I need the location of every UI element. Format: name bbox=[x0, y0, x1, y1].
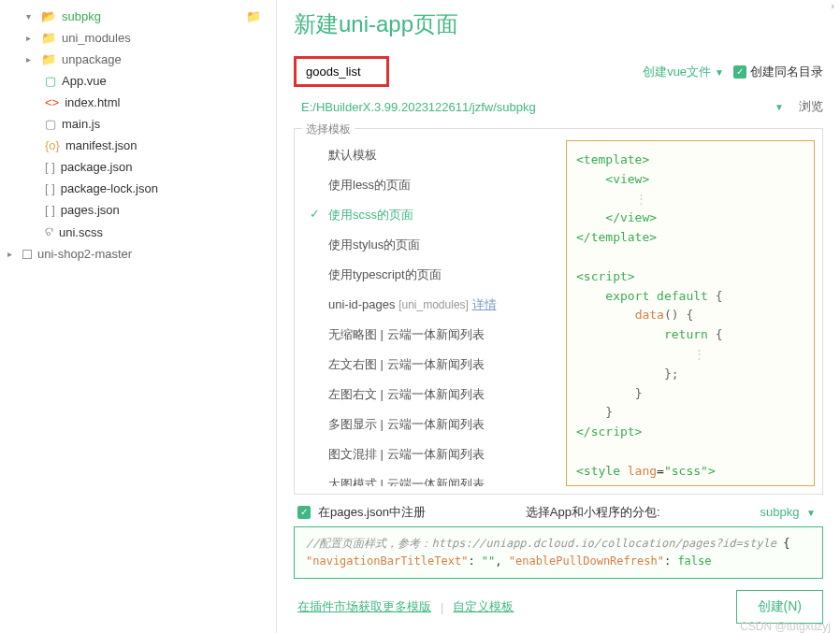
folder-root-icon bbox=[22, 250, 32, 259]
checkmark-icon[interactable]: ✓ bbox=[297, 506, 311, 519]
js-file-icon: ▢ bbox=[45, 117, 56, 131]
browse-button[interactable]: 浏览 bbox=[799, 98, 823, 115]
chevron-right-icon: ▸ bbox=[7, 249, 17, 259]
template-typescript[interactable]: 使用typescript的页面 bbox=[302, 260, 558, 290]
folder-icon: 📁 bbox=[41, 31, 56, 45]
scss-file-icon: ଟ bbox=[45, 224, 53, 239]
chevron-down-icon: ▾ bbox=[26, 11, 36, 22]
create-button[interactable]: 创建(N) bbox=[736, 590, 823, 624]
tree-item-pages-json[interactable]: [ ] pages.json bbox=[0, 199, 276, 221]
sidebar: ▾ 📂 subpkg 📁 ▸ 📁 uni_modules ▸ 📁 unpacka… bbox=[0, 0, 277, 633]
template-stylus[interactable]: 使用stylus的页面 bbox=[302, 230, 558, 260]
template-nothumb[interactable]: 无缩略图 | 云端一体新闻列表 bbox=[302, 320, 558, 350]
tree-item-package-lock-json[interactable]: [ ] package-lock.json bbox=[0, 178, 276, 199]
folder-open-icon: 📂 bbox=[41, 9, 56, 23]
template-uni-id-pages[interactable]: uni-id-pages [uni_modules] 详情 bbox=[302, 290, 558, 320]
tree-item-manifest-json[interactable]: {o} manifest.json bbox=[0, 135, 276, 156]
tree-item-package-json[interactable]: [ ] package.json bbox=[0, 156, 276, 178]
subpkg-label: 选择App和小程序的分包: bbox=[526, 504, 660, 521]
chevron-down-icon: ▼ bbox=[806, 508, 816, 518]
collapse-icon[interactable]: › bbox=[831, 0, 834, 11]
vue-file-icon: ▢ bbox=[45, 74, 56, 88]
config-editor[interactable]: //配置页面样式，参考：https://uniapp.dcloud.io/col… bbox=[294, 526, 823, 579]
json-file-icon: [ ] bbox=[45, 181, 55, 195]
chevron-right-icon: ▸ bbox=[26, 33, 36, 43]
folder-icon: 📁 bbox=[246, 9, 261, 23]
register-label: 在pages.json中注册 bbox=[318, 504, 426, 521]
template-rightleft[interactable]: 左图右文 | 云端一体新闻列表 bbox=[302, 380, 558, 410]
template-scss[interactable]: 使用scss的页面 bbox=[302, 200, 558, 230]
template-leftright[interactable]: 左文右图 | 云端一体新闻列表 bbox=[302, 350, 558, 380]
chevron-right-icon: ▸ bbox=[26, 54, 36, 65]
folder-icon: 📁 bbox=[41, 52, 56, 66]
watermark: CSDN @tutgxuzyj bbox=[740, 620, 831, 633]
fieldset-legend: 选择模板 bbox=[302, 122, 355, 137]
template-less[interactable]: 使用less的页面 bbox=[302, 170, 558, 200]
checkmark-icon: ✓ bbox=[733, 65, 746, 79]
template-default[interactable]: 默认模板 bbox=[302, 140, 558, 170]
path-display: E:/HBuilderX.3.99.2023122611/jzfw/subpkg bbox=[301, 100, 771, 114]
create-dir-checkbox[interactable]: ✓ 创建同名目录 bbox=[733, 64, 823, 80]
market-link[interactable]: 在插件市场获取更多模版 bbox=[297, 598, 431, 615]
tree-item-main-js[interactable]: ▢ main.js bbox=[0, 113, 276, 135]
dialog-title: 新建uni-app页面 bbox=[294, 9, 823, 39]
tree-item-unpackage[interactable]: ▸ 📁 unpackage bbox=[0, 49, 276, 70]
subpkg-dropdown[interactable]: subpkg ▼ bbox=[760, 505, 816, 519]
html-file-icon: <> bbox=[45, 95, 59, 109]
custom-template-link[interactable]: 自定义模板 bbox=[453, 598, 514, 615]
tree-item-app-vue[interactable]: ▢ App.vue bbox=[0, 70, 276, 92]
template-multi[interactable]: 多图显示 | 云端一体新闻列表 bbox=[302, 410, 558, 439]
details-link[interactable]: 详情 bbox=[472, 297, 497, 311]
tree-item-uni-scss[interactable]: ଟ uni.scss bbox=[0, 221, 276, 243]
template-bigimg[interactable]: 大图模式 | 云端一体新闻列表 bbox=[302, 469, 558, 486]
chevron-down-icon[interactable]: ▼ bbox=[775, 102, 784, 112]
template-mixed[interactable]: 图文混排 | 云端一体新闻列表 bbox=[302, 439, 558, 469]
tree-item-uni-modules[interactable]: ▸ 📁 uni_modules bbox=[0, 27, 276, 49]
dialog-panel: › 新建uni-app页面 创建vue文件▼ ✓ 创建同名目录 E:/HBuil… bbox=[277, 0, 840, 633]
json-file-icon: {o} bbox=[45, 138, 60, 152]
page-name-input[interactable] bbox=[294, 56, 389, 87]
json-file-icon: [ ] bbox=[45, 203, 55, 217]
tree-item-index-html[interactable]: <> index.html bbox=[0, 92, 276, 113]
chevron-down-icon: ▼ bbox=[715, 67, 724, 78]
template-list[interactable]: 默认模板 使用less的页面 使用scss的页面 使用stylus的页面 使用t… bbox=[295, 140, 566, 486]
json-file-icon: [ ] bbox=[45, 160, 55, 174]
tree-item-subpkg[interactable]: ▾ 📂 subpkg 📁 bbox=[0, 6, 276, 27]
tree-item-uni-shop2-master[interactable]: ▸ uni-shop2-master bbox=[0, 243, 276, 265]
create-vue-dropdown[interactable]: 创建vue文件▼ bbox=[643, 64, 724, 80]
code-preview: <template> <view> ⋮ </view> </template> … bbox=[566, 140, 815, 486]
